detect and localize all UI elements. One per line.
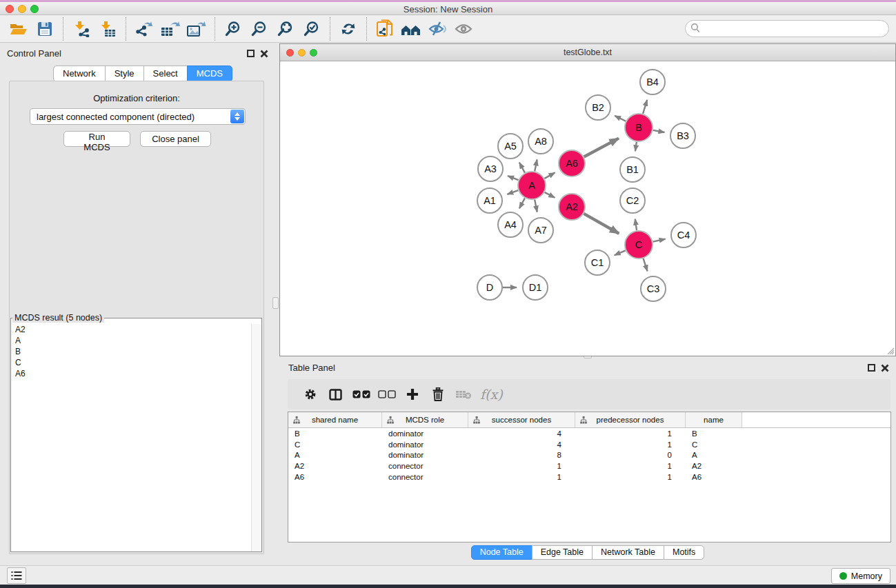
graph-edge-B-B4[interactable]	[643, 100, 647, 114]
zoom-fit-button[interactable]	[272, 17, 299, 41]
column-header-shared-name[interactable]: shared name	[288, 412, 382, 427]
table-cell[interactable]: 1	[575, 473, 686, 481]
table-cell[interactable]: dominator	[382, 429, 468, 438]
delete-table-button[interactable]	[450, 382, 476, 407]
table-cell[interactable]: 4	[468, 429, 575, 438]
vertical-splitter-handle[interactable]	[272, 297, 279, 309]
table-cell[interactable]: A	[686, 451, 742, 459]
result-item-a2[interactable]: A2	[11, 324, 251, 335]
table-cell[interactable]: A6	[686, 473, 742, 481]
zoom-selected-button[interactable]	[299, 17, 325, 41]
graph-edge-C-C3[interactable]	[644, 258, 648, 271]
table-cell[interactable]: 4	[468, 440, 575, 449]
table-row[interactable]: Cdominator41C	[288, 439, 890, 450]
close-panel-icon[interactable]	[260, 50, 268, 58]
tab-select[interactable]: Select	[143, 65, 188, 82]
table-cell[interactable]: A6	[288, 473, 382, 481]
graph-edge-A-A2[interactable]	[545, 192, 555, 198]
table-settings-button[interactable]	[297, 382, 323, 407]
graph-edge-A-A6[interactable]	[544, 173, 555, 179]
table-cell[interactable]: C	[288, 440, 382, 449]
tab-node-table[interactable]: Node Table	[471, 545, 532, 560]
result-item-b[interactable]: B	[11, 346, 251, 357]
network-canvas[interactable]: AA1A3A5A8A4A7A6A2BB2B4B3B1CC2C1C4C3DD1	[280, 61, 895, 356]
table-cell[interactable]: 1	[468, 462, 575, 470]
graph-edge-A-A1[interactable]	[507, 190, 518, 194]
float-table-panel-icon[interactable]	[868, 364, 875, 372]
deselect-all-columns-button[interactable]	[374, 382, 399, 407]
function-builder-button[interactable]: f(x)	[480, 387, 503, 402]
import-network-button[interactable]	[68, 17, 94, 41]
table-cell[interactable]: 1	[575, 440, 686, 449]
table-row[interactable]: A2connector11A2	[288, 460, 890, 472]
table-cell[interactable]: B	[686, 429, 742, 438]
table-row[interactable]: A6connector11A6	[288, 472, 890, 483]
memory-button[interactable]: Memory	[831, 568, 890, 584]
float-panel-icon[interactable]	[247, 50, 255, 57]
graph-edge-B-B1[interactable]	[635, 142, 637, 152]
graph-edge-B-B3[interactable]	[653, 130, 665, 132]
tab-network[interactable]: Network	[53, 65, 106, 82]
graph-edge-C-C1[interactable]	[615, 250, 626, 255]
session-from-network-button[interactable]	[372, 17, 398, 41]
table-cell[interactable]: 1	[575, 462, 686, 470]
import-table-button[interactable]	[94, 17, 121, 41]
table-cell[interactable]: connector	[382, 473, 468, 481]
create-column-button[interactable]	[399, 382, 425, 407]
close-table-panel-icon[interactable]	[881, 364, 889, 372]
table-cell[interactable]: A2	[288, 462, 382, 470]
table-cell[interactable]: B	[288, 429, 382, 438]
graph-edge-A-A7[interactable]	[535, 200, 537, 212]
table-cell[interactable]: 8	[468, 451, 575, 459]
result-scrollbar[interactable]	[251, 324, 261, 551]
column-header-predecessor-nodes[interactable]: predecessor nodes	[575, 412, 686, 427]
tab-edge-table[interactable]: Edge Table	[532, 545, 593, 560]
refresh-layout-button[interactable]	[335, 17, 361, 41]
resize-grip-icon[interactable]	[885, 345, 895, 355]
graph-edge-A-A3[interactable]	[508, 176, 518, 180]
select-all-columns-button[interactable]	[348, 382, 374, 407]
result-item-a[interactable]: A	[11, 335, 251, 346]
table-cell[interactable]: connector	[382, 462, 468, 470]
table-row[interactable]: Adominator80A	[288, 449, 890, 460]
export-table-button[interactable]	[157, 17, 183, 41]
table-cell[interactable]: dominator	[382, 451, 468, 459]
table-cell[interactable]: 1	[468, 473, 575, 481]
home-button[interactable]	[398, 17, 424, 41]
criterion-dropdown[interactable]: largest connected component (directed)	[30, 108, 246, 125]
table-cell[interactable]: dominator	[382, 440, 468, 449]
search-input[interactable]	[685, 20, 889, 37]
open-file-button[interactable]	[6, 17, 32, 41]
result-item-a6[interactable]: A6	[11, 368, 251, 379]
run-mcds-button[interactable]: Run MCDS	[63, 131, 130, 147]
graph-edge-B-B2[interactable]	[615, 116, 626, 121]
graph-edge-C-C2[interactable]	[635, 219, 637, 230]
show-all-button[interactable]	[450, 17, 477, 41]
hide-selected-button[interactable]	[424, 17, 450, 41]
export-network-button[interactable]	[131, 17, 157, 41]
tab-style[interactable]: Style	[105, 65, 144, 82]
export-image-button[interactable]	[183, 17, 210, 41]
zoom-out-button[interactable]	[246, 17, 272, 41]
table-cell[interactable]: 0	[575, 451, 686, 459]
table-cell[interactable]: A	[288, 451, 382, 459]
save-session-button[interactable]	[32, 17, 58, 41]
graph-edge-A6-B[interactable]	[584, 139, 619, 157]
tab-mcds[interactable]: MCDS	[187, 65, 232, 82]
graph-edge-A-A4[interactable]	[519, 198, 525, 208]
graph-edge-C-C4[interactable]	[653, 239, 666, 242]
column-header-name[interactable]: name	[686, 412, 742, 427]
column-header-successor-nodes[interactable]: successor nodes	[468, 412, 575, 427]
table-row[interactable]: Bdominator41B	[288, 428, 890, 439]
table-cell[interactable]: A2	[686, 462, 742, 470]
graph-edge-A2-C[interactable]	[584, 214, 619, 234]
show-columns-button[interactable]	[323, 382, 348, 407]
result-item-c[interactable]: C	[11, 357, 251, 368]
delete-columns-button[interactable]	[425, 382, 450, 407]
close-panel-button[interactable]: Close panel	[140, 131, 211, 147]
zoom-in-button[interactable]	[220, 17, 246, 41]
graph-edge-A-A5[interactable]	[519, 163, 525, 173]
table-cell[interactable]: C	[686, 440, 742, 449]
table-cell[interactable]: 1	[575, 429, 686, 438]
column-header-MCDS-role[interactable]: MCDS role	[382, 412, 468, 427]
